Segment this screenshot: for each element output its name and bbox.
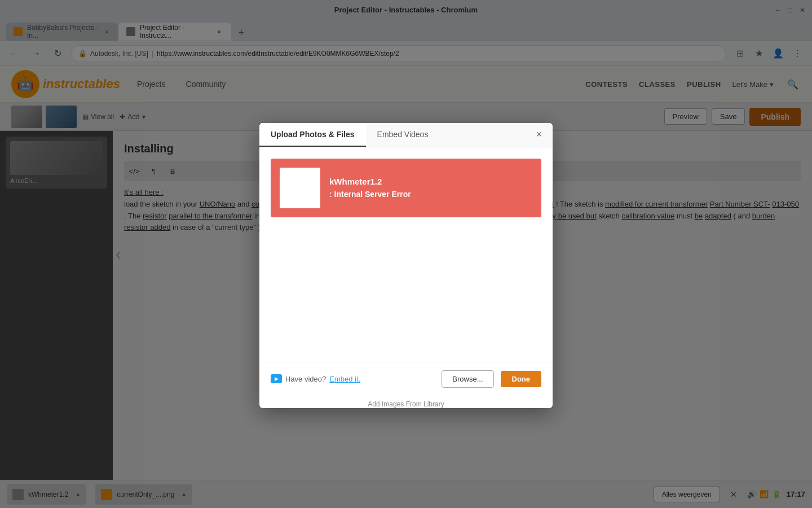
done-btn[interactable]: Done xyxy=(501,371,542,387)
error-file-item: kWhmeter1.2 : Internal Server Error xyxy=(271,159,541,217)
error-file-info: kWhmeter1.2 : Internal Server Error xyxy=(329,177,532,199)
error-filename: kWhmeter1.2 xyxy=(329,177,532,186)
tab-embed-videos[interactable]: Embed Videos xyxy=(366,123,440,147)
video-icon: ▶ xyxy=(271,374,282,383)
modal-body: kWhmeter1.2 : Internal Server Error xyxy=(259,147,553,362)
upload-modal: Upload Photos & Files Embed Videos × kWh… xyxy=(259,123,553,408)
video-prompt: ▶ Have video? Embed it. xyxy=(271,374,435,383)
tab-upload-photos[interactable]: Upload Photos & Files xyxy=(259,123,366,147)
add-images-link[interactable]: Add Images From Library xyxy=(259,400,553,408)
modal-header: Upload Photos & Files Embed Videos × xyxy=(259,123,553,147)
modal-overlay[interactable]: Upload Photos & Files Embed Videos × kWh… xyxy=(0,0,812,508)
error-message: : Internal Server Error xyxy=(329,190,532,199)
browse-btn[interactable]: Browse... xyxy=(442,370,493,388)
modal-footer: ▶ Have video? Embed it. Browse... Done xyxy=(259,362,553,396)
modal-close-btn[interactable]: × xyxy=(529,125,549,145)
embed-link[interactable]: Embed it. xyxy=(329,375,360,383)
have-video-label: Have video? xyxy=(285,375,326,383)
error-file-thumbnail xyxy=(280,168,320,208)
